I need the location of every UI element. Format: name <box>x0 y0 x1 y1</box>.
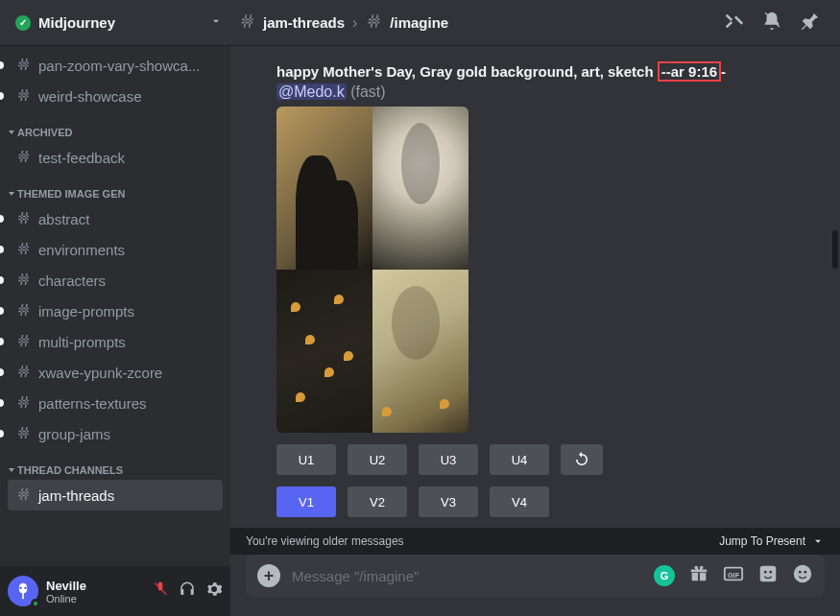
channel-item[interactable]: test-feedback <box>8 142 223 173</box>
user-mention[interactable]: @Medo.k <box>276 83 347 100</box>
message-input[interactable]: Message "/imagine" <box>292 568 642 584</box>
status-indicator <box>31 599 40 608</box>
u3-button[interactable]: U3 <box>419 444 478 475</box>
svg-point-6 <box>769 570 772 573</box>
channel-label: patterns-textures <box>38 395 147 412</box>
hash-icon <box>15 486 33 506</box>
unread-indicator <box>0 276 4 284</box>
message-input-container: + Message "/imagine" GIF <box>246 555 825 597</box>
svg-rect-4 <box>760 565 777 581</box>
headphones-icon[interactable] <box>179 580 196 602</box>
message-meta: @Medo.k (fast) <box>276 83 794 101</box>
hash-icon <box>15 393 33 414</box>
channel-label: multi-prompts <box>38 334 126 350</box>
v1-button[interactable]: V1 <box>276 486 336 517</box>
channel-label: abstract <box>38 211 89 227</box>
pin-icon[interactable] <box>800 11 821 36</box>
hash-icon <box>15 363 33 383</box>
generated-image-grid[interactable] <box>276 107 468 433</box>
hash-icon <box>15 86 33 107</box>
message-prompt: happy Mother's Day, Gray gold background… <box>276 61 794 82</box>
channel-label: group-jams <box>38 426 110 442</box>
hash-icon <box>15 271 33 291</box>
v3-button[interactable]: V3 <box>419 486 478 517</box>
user-avatar[interactable] <box>8 576 38 606</box>
u2-button[interactable]: U2 <box>348 444 407 475</box>
hash-icon <box>15 424 33 444</box>
server-verified-badge: ✓ <box>15 15 31 31</box>
unread-indicator <box>0 246 4 253</box>
svg-text:GIF: GIF <box>728 570 740 579</box>
svg-point-0 <box>19 586 22 589</box>
server-name: Midjourney <box>38 14 209 31</box>
chevron-down-icon <box>209 14 223 32</box>
channel-item[interactable]: jam-threads <box>8 480 223 510</box>
server-dropdown[interactable]: ✓ Midjourney <box>8 14 230 32</box>
svg-point-1 <box>24 586 27 589</box>
thread-icon <box>365 12 384 35</box>
u1-button[interactable]: U1 <box>276 444 336 475</box>
mic-muted-icon[interactable] <box>152 580 169 602</box>
user-status: Online <box>46 593 152 604</box>
channel-item[interactable]: pan-zoom-vary-showca... <box>8 50 223 81</box>
section-header[interactable]: THEMED IMAGE GEN <box>8 173 223 203</box>
channel-item[interactable]: patterns-textures <box>8 388 223 418</box>
hash-icon <box>15 56 33 76</box>
v2-button[interactable]: V2 <box>348 486 407 517</box>
add-attachment-button[interactable]: + <box>257 564 280 587</box>
channel-label: environments <box>38 242 125 258</box>
refresh-button[interactable] <box>561 444 603 475</box>
unread-indicator <box>0 92 4 100</box>
svg-point-9 <box>804 570 806 573</box>
notifications-icon[interactable] <box>761 11 782 36</box>
channel-label: jam-threads <box>38 487 114 504</box>
sticker-icon[interactable] <box>757 563 779 589</box>
emoji-icon[interactable] <box>792 563 813 589</box>
gif-icon[interactable]: GIF <box>723 563 744 589</box>
channel-label: image-prompts <box>38 303 134 320</box>
channel-name: jam-threads <box>263 14 345 31</box>
channel-item[interactable]: group-jams <box>8 418 223 449</box>
channel-item[interactable]: xwave-ypunk-zcore <box>8 357 223 388</box>
u4-button[interactable]: U4 <box>490 444 549 475</box>
v4-button[interactable]: V4 <box>490 486 549 517</box>
section-header[interactable]: ARCHIVED <box>8 111 223 142</box>
unread-indicator <box>0 399 4 407</box>
unread-indicator <box>0 368 4 376</box>
channel-label: weird-showcase <box>38 88 142 105</box>
user-name: Neville <box>46 579 152 593</box>
user-panel: Neville Online <box>0 566 230 616</box>
hash-icon <box>15 240 33 260</box>
unread-indicator <box>0 61 4 69</box>
channel-item[interactable]: multi-prompts <box>8 326 223 357</box>
threads-icon[interactable] <box>723 11 744 36</box>
svg-point-5 <box>764 570 767 573</box>
hash-icon <box>15 148 33 168</box>
unread-indicator <box>0 215 4 223</box>
channel-label: test-feedback <box>38 150 125 166</box>
hash-icon <box>15 301 33 321</box>
thread-name: /imagine <box>390 14 448 31</box>
older-messages-banner: You're viewing older messages Jump To Pr… <box>230 528 840 555</box>
svg-point-7 <box>794 564 811 581</box>
breadcrumb-separator: › <box>352 14 357 32</box>
channel-item[interactable]: image-prompts <box>8 296 223 326</box>
gift-icon[interactable] <box>688 563 709 589</box>
unread-indicator <box>0 307 4 315</box>
scrollbar-thumb[interactable] <box>832 230 838 269</box>
channel-item[interactable]: characters <box>8 265 223 296</box>
channel-item[interactable]: weird-showcase <box>8 81 223 111</box>
section-header[interactable]: THREAD CHANNELS <box>8 449 223 480</box>
channel-label: pan-zoom-vary-showca... <box>38 58 200 74</box>
hash-icon <box>238 12 257 35</box>
hash-icon <box>15 332 33 352</box>
grammarly-icon[interactable] <box>654 565 675 586</box>
hash-icon <box>15 209 33 229</box>
unread-indicator <box>0 430 4 438</box>
channel-item[interactable]: environments <box>8 234 223 265</box>
channel-item[interactable]: abstract <box>8 203 223 234</box>
jump-to-present-button[interactable]: Jump To Present <box>719 534 825 548</box>
gear-icon[interactable] <box>205 580 223 602</box>
unread-indicator <box>0 338 4 345</box>
highlighted-param: --ar 9:16 <box>658 61 721 82</box>
